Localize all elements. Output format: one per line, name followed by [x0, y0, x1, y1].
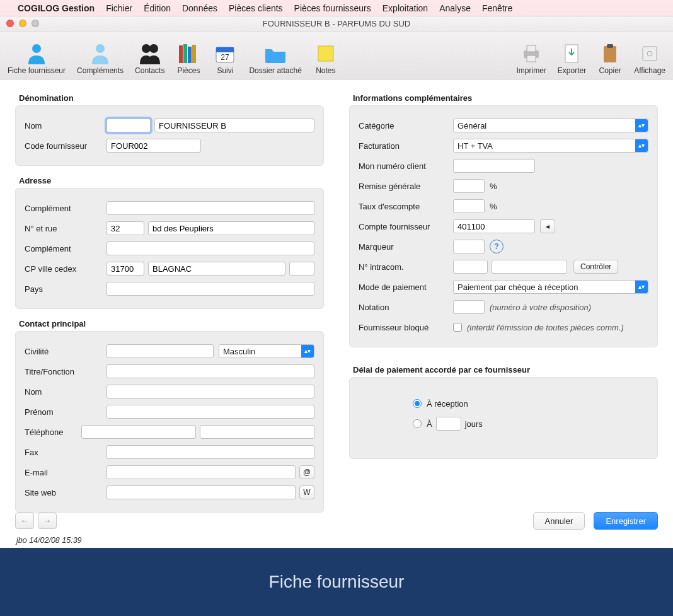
escompte-field[interactable]: [453, 199, 485, 213]
menu-donnees[interactable]: Données: [182, 3, 217, 13]
label-pays: Pays: [25, 284, 106, 294]
genre-value: Masculin: [223, 347, 255, 356]
mode-paiement-select[interactable]: Paiement par chèque à réception▴▾: [453, 280, 648, 294]
next-record-button[interactable]: →: [38, 513, 57, 529]
ville-field[interactable]: [148, 262, 285, 276]
label-compte: Compte fournisseur: [359, 222, 453, 231]
tab-fiche-fournisseur[interactable]: Fiche fournisseur: [5, 40, 68, 79]
adresse-complement2-field[interactable]: [106, 241, 314, 255]
tab-dossier-attache[interactable]: Dossier attaché: [246, 40, 304, 79]
toolbar-exporter[interactable]: Exporter: [555, 40, 589, 79]
folder-icon: [264, 42, 287, 65]
label-tel: Téléphone: [25, 427, 81, 437]
note-icon: [314, 42, 337, 65]
compte-field[interactable]: [453, 219, 535, 233]
tel1-field[interactable]: [81, 425, 196, 439]
window-titlebar: FOURNISSEUR B - PARFUMS DU SUD: [0, 16, 673, 32]
tab-suivi[interactable]: 27 Suivi: [210, 40, 240, 79]
label-prenom: Prénom: [25, 407, 106, 417]
svg-point-3: [149, 44, 158, 53]
nom-field[interactable]: [154, 119, 314, 132]
label-remise: Remise générale: [359, 182, 453, 191]
civilite-field[interactable]: [106, 344, 214, 358]
chevron-updown-icon: ▴▾: [635, 139, 648, 152]
email-field[interactable]: [106, 465, 296, 479]
web-open-button[interactable]: W: [299, 485, 314, 499]
menu-analyse[interactable]: Analyse: [439, 3, 471, 13]
svg-rect-4: [179, 45, 183, 63]
toolbar-copier[interactable]: Copier: [595, 40, 625, 79]
menu-pieces-clients[interactable]: Pièces clients: [229, 3, 283, 13]
tab-pieces[interactable]: Pièces: [173, 40, 204, 79]
web-field[interactable]: [106, 485, 296, 499]
notation-field[interactable]: [453, 300, 485, 314]
pays-field[interactable]: [106, 282, 314, 296]
menu-fenetre[interactable]: Fenêtre: [482, 3, 512, 13]
svg-rect-5: [183, 44, 187, 63]
label-complement1: Complément: [25, 204, 106, 213]
titre-field[interactable]: [106, 364, 314, 378]
app-name[interactable]: COGILOG Gestion: [18, 3, 95, 13]
rue-field[interactable]: [148, 221, 314, 235]
code-fournisseur-field[interactable]: [106, 139, 201, 153]
window-zoom-button[interactable]: [32, 20, 39, 27]
tel2-field[interactable]: [200, 425, 314, 439]
clipboard-icon: [599, 42, 621, 65]
delai-jours-field[interactable]: [436, 417, 461, 431]
num-field[interactable]: [106, 221, 144, 235]
toolbar-affichage[interactable]: Affichage: [631, 40, 668, 79]
label-nom: Nom: [25, 121, 106, 131]
label-code: Code fournisseur: [25, 141, 106, 151]
svg-rect-9: [216, 47, 234, 52]
section-adresse: Complément N° et rue Complément CP ville…: [15, 188, 324, 309]
window-close-button[interactable]: [6, 20, 14, 27]
tab-complements[interactable]: Compléments: [74, 40, 126, 79]
numclient-field[interactable]: [453, 159, 535, 173]
tab-contacts[interactable]: Contacts: [132, 40, 167, 79]
prenom-field[interactable]: [106, 405, 314, 419]
bloque-checkbox[interactable]: [453, 323, 462, 332]
svg-point-1: [96, 44, 105, 53]
window-minimize-button[interactable]: [19, 20, 26, 27]
facturation-select[interactable]: HT + TVA▴▾: [453, 139, 648, 153]
toolbar-imprimer[interactable]: Imprimer: [514, 40, 548, 79]
cp-field[interactable]: [106, 262, 144, 276]
chevron-updown-icon: ▴▾: [635, 119, 648, 132]
compte-lookup-button[interactable]: ◂: [540, 219, 555, 233]
adresse-complement1-field[interactable]: [106, 201, 314, 215]
enregistrer-button[interactable]: Enregistrer: [594, 512, 658, 530]
fax-field[interactable]: [106, 445, 314, 459]
record-meta: jbo 14/02/08 15:39: [16, 536, 82, 545]
section-infos-title: Informations complémentaires: [353, 93, 658, 103]
genre-select[interactable]: Masculin▴▾: [219, 344, 314, 358]
email-at-button[interactable]: @: [299, 465, 314, 479]
remise-field[interactable]: [453, 179, 485, 193]
svg-rect-7: [192, 45, 196, 63]
facturation-value: HT + TVA: [457, 141, 493, 151]
delai-jours-option[interactable]: Àjours: [413, 416, 648, 432]
delai-reception-option[interactable]: À réception: [413, 395, 648, 412]
intracom1-field[interactable]: [453, 260, 488, 274]
menu-fichier[interactable]: Fichier: [106, 3, 132, 13]
menu-exploitation[interactable]: Exploitation: [383, 3, 428, 13]
marqueur-help-button[interactable]: ?: [490, 240, 503, 253]
prev-record-button[interactable]: ←: [15, 513, 34, 529]
label-categorie: Catégorie: [359, 121, 453, 131]
nom-prefix-field[interactable]: [106, 119, 151, 132]
section-delai: À réception Àjours: [349, 377, 658, 459]
label-areception: À réception: [427, 399, 468, 409]
intracom2-field[interactable]: [492, 260, 567, 274]
toolbar: Fiche fournisseur Compléments Contacts P…: [0, 32, 673, 79]
cedex-field[interactable]: [289, 262, 314, 276]
categorie-value: Général: [457, 121, 486, 131]
label-titre: Titre/Fonction: [25, 367, 106, 376]
annuler-button[interactable]: Annuler: [533, 512, 585, 530]
tab-notes[interactable]: Notes: [311, 40, 341, 79]
controler-button[interactable]: Contrôler: [573, 260, 618, 274]
contact-nom-field[interactable]: [106, 385, 314, 398]
svg-point-2: [142, 44, 151, 53]
menu-edition[interactable]: Édition: [144, 3, 171, 13]
marqueur-field[interactable]: [453, 240, 485, 253]
categorie-select[interactable]: Général▴▾: [453, 119, 648, 132]
menu-pieces-fournisseurs[interactable]: Pièces fournisseurs: [294, 3, 371, 13]
